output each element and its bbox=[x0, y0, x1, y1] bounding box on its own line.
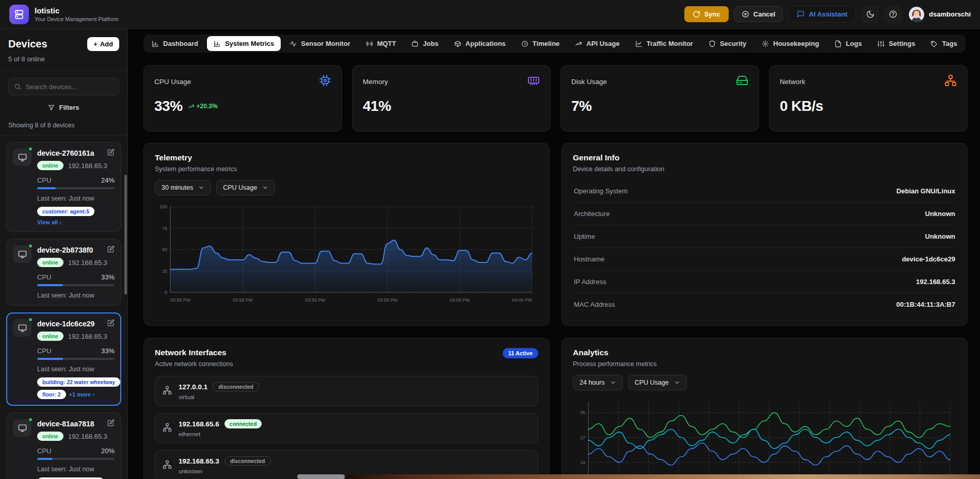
telemetry-range-select[interactable]: 30 minutes bbox=[155, 180, 211, 195]
analytics-panel: Analytics Process performance metrics 24… bbox=[561, 338, 968, 479]
interface-row-192-168-65-3[interactable]: 192.168.65.3disconnectedunknown bbox=[155, 450, 538, 479]
device-tags-link[interactable]: View all › bbox=[37, 219, 61, 225]
shield-icon bbox=[709, 40, 716, 47]
edit-icon bbox=[107, 148, 115, 156]
monitor-icon bbox=[18, 250, 27, 259]
device-name: device-2760161a bbox=[37, 149, 94, 157]
device-name: device-81aa7818 bbox=[37, 420, 94, 428]
tab-applications[interactable]: Applications bbox=[447, 36, 512, 51]
interface-status-badge: connected bbox=[224, 419, 262, 428]
edit-device-button[interactable] bbox=[107, 148, 115, 157]
edit-device-button[interactable] bbox=[107, 319, 115, 328]
device-card-device-2b8738f0[interactable]: device-2b8738f0online192.168.65.3CPU33%L… bbox=[6, 239, 121, 306]
network-nodes-icon bbox=[163, 386, 172, 395]
search-input[interactable] bbox=[26, 83, 117, 91]
tab-settings[interactable]: Settings bbox=[871, 36, 922, 51]
filters-button[interactable]: Filters bbox=[8, 101, 119, 114]
cpu-progress-bar bbox=[37, 187, 115, 189]
tab-tags[interactable]: Tags bbox=[924, 36, 963, 51]
tab-traffic-monitor[interactable]: Traffic Monitor bbox=[629, 36, 700, 51]
tab-timeline[interactable]: Timeline bbox=[515, 36, 567, 51]
tab-api-usage[interactable]: API Usage bbox=[568, 36, 626, 51]
analytics-chart: 918273611:59 PM bbox=[573, 398, 956, 479]
info-row-operating-system: Operating SystemDebian GNU/Linux bbox=[573, 180, 956, 203]
tab-system-metrics[interactable]: System Metrics bbox=[207, 36, 281, 51]
info-row-ip-address: IP Address192.168.65.3 bbox=[573, 271, 956, 293]
cancel-button[interactable]: Cancel bbox=[734, 6, 783, 22]
online-dot bbox=[28, 417, 33, 422]
device-card-device-1dc6ce29[interactable]: device-1dc6ce29online192.168.65.3CPU33%L… bbox=[6, 312, 121, 406]
telemetry-metric-select[interactable]: CPU Usage bbox=[216, 180, 275, 195]
showing-count: Showing 8 of 8 devices bbox=[0, 120, 127, 136]
online-dot bbox=[28, 243, 33, 249]
device-card-device-2760161a[interactable]: device-2760161aonline192.168.65.3CPU24%L… bbox=[6, 142, 121, 232]
tab-dashboard[interactable]: Dashboard bbox=[145, 36, 205, 51]
edit-device-button[interactable] bbox=[107, 245, 115, 254]
bar-chart-icon bbox=[152, 40, 159, 47]
user-menu[interactable]: dsamborschi bbox=[909, 7, 971, 22]
device-ip: 192.168.65.3 bbox=[68, 162, 107, 170]
device-last-seen: Last seen: Just now bbox=[37, 292, 115, 299]
online-dot bbox=[28, 146, 33, 152]
status-badge: online bbox=[37, 161, 63, 170]
metric-cards-row: CPU Usage33%+20.3%Memory41%Disk Usage7%N… bbox=[143, 65, 968, 131]
info-row-mac-address: MAC Address00:1B:44:11:3A:B7 bbox=[573, 293, 956, 316]
network-interfaces-subtitle: Active network connections bbox=[155, 360, 233, 368]
device-last-seen: Last seen: Just now bbox=[37, 366, 115, 373]
metric-card-disk-usage: Disk Usage7% bbox=[560, 65, 759, 131]
network-interfaces-title: Network Interfaces bbox=[155, 348, 233, 357]
theme-toggle-button[interactable] bbox=[861, 6, 879, 23]
edit-icon bbox=[107, 319, 115, 326]
app-window: lotistic Your Device Management Platform… bbox=[0, 0, 980, 479]
svg-text:75: 75 bbox=[162, 226, 167, 231]
info-row-uptime: UptimeUnknown bbox=[573, 225, 956, 248]
active-count-badge: 11 Active bbox=[503, 348, 538, 358]
tab-housekeeping[interactable]: Housekeeping bbox=[755, 36, 826, 51]
device-cpu-value: 24% bbox=[101, 176, 115, 184]
sidebar-scrollbar[interactable] bbox=[124, 175, 127, 294]
metric-value: 0 KB/s bbox=[780, 98, 823, 114]
plus-icon: + bbox=[93, 40, 98, 48]
online-dot bbox=[28, 317, 33, 322]
general-info-subtitle: Device details and configuration bbox=[573, 166, 956, 173]
devices-sidebar: Devices + Add 5 of 8 online Filters Show… bbox=[0, 29, 128, 479]
broadcast-icon bbox=[366, 40, 373, 47]
memory-icon bbox=[527, 74, 540, 87]
tab-security[interactable]: Security bbox=[702, 36, 753, 51]
interface-row-192-168-65-6[interactable]: 192.168.65.6connectedethernet bbox=[155, 413, 538, 443]
activity-icon bbox=[290, 40, 297, 47]
svg-text:03:59 PM: 03:59 PM bbox=[377, 298, 397, 303]
add-device-button[interactable]: + Add bbox=[87, 37, 119, 51]
interface-row-127-0-0-1[interactable]: 127.0.0.1disconnectedvirtual bbox=[155, 376, 538, 406]
tab-bar: DashboardSystem MetricsSensor MonitorMQT… bbox=[143, 35, 966, 53]
network-nodes-icon bbox=[163, 460, 172, 469]
sync-button[interactable]: Sync bbox=[684, 6, 729, 22]
chevron-down-icon bbox=[262, 185, 268, 191]
package-icon bbox=[454, 40, 461, 47]
device-card-device-81aa7818[interactable]: device-81aa7818online192.168.65.3CPU20%L… bbox=[6, 412, 121, 479]
interface-status-badge: disconnected bbox=[213, 382, 259, 391]
device-tags-link[interactable]: +1 more › bbox=[69, 391, 94, 398]
monitor-icon bbox=[18, 424, 27, 433]
tag-icon bbox=[930, 40, 938, 47]
metric-card-memory: Memory41% bbox=[352, 65, 551, 131]
analytics-range-select[interactable]: 24 hours bbox=[573, 375, 623, 390]
chat-icon bbox=[797, 10, 805, 18]
device-tag: floor: 2 bbox=[37, 390, 66, 399]
general-info-title: General Info bbox=[573, 153, 956, 162]
edit-icon bbox=[107, 245, 115, 253]
svg-text:27: 27 bbox=[580, 435, 585, 440]
ai-assistant-button[interactable]: AI Assistant bbox=[788, 6, 856, 23]
status-badge: online bbox=[37, 332, 63, 341]
interface-ip: 127.0.0.1 bbox=[179, 383, 207, 391]
tab-logs[interactable]: Logs bbox=[828, 36, 869, 51]
analytics-metric-select[interactable]: CPU Usage bbox=[628, 375, 687, 390]
trending-up-icon bbox=[188, 103, 195, 110]
edit-device-button[interactable] bbox=[107, 419, 115, 428]
tab-jobs[interactable]: Jobs bbox=[405, 36, 445, 51]
tab-sensor-monitor[interactable]: Sensor Monitor bbox=[283, 36, 357, 51]
telemetry-panel: Telemetry System performance metrics 30 … bbox=[143, 143, 550, 326]
tab-mqtt[interactable]: MQTT bbox=[359, 36, 403, 51]
help-button[interactable] bbox=[884, 6, 902, 23]
help-icon bbox=[889, 10, 897, 19]
